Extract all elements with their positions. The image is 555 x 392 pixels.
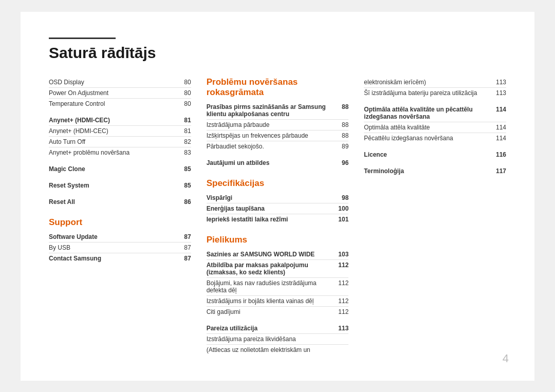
toc-item: Izstrādājuma pārbaude 88 bbox=[207, 120, 349, 130]
column-3: elektroniskām ierīcēm) 113 Šī izstrādāju… bbox=[364, 77, 506, 355]
toc-item: OSD Display 80 bbox=[49, 77, 191, 88]
section-specs: Vispārīgi 98 Enerģijas taupīšana 100 Iep… bbox=[207, 193, 349, 225]
toc-item: Vispārīgi 98 bbox=[207, 193, 349, 203]
toc-item: (Attiecas uz nolietotām elektriskām un bbox=[207, 345, 349, 355]
toc-item: Contact Samsung 87 bbox=[49, 253, 191, 264]
toc-item: Optimāla attēla kvalitāte un pēcattēlu i… bbox=[364, 104, 506, 122]
toc-item: Temperature Control 80 bbox=[49, 99, 191, 109]
section-troubleshooting: Prasības pirms sazināšanās ar Samsung kl… bbox=[207, 102, 349, 152]
toc-item: Anynet+ (HDMI-CEC) 81 bbox=[49, 126, 191, 137]
page-title: Saturā rādītājs bbox=[49, 44, 506, 62]
toc-item: Citi gadījumi 112 bbox=[207, 307, 349, 317]
title-section: Saturā rādītājs bbox=[49, 38, 506, 62]
toc-item: Pēcattēlu izdegšanas novēršana 114 bbox=[364, 133, 506, 143]
toc-item: Prasības pirms sazināšanās ar Samsung kl… bbox=[207, 102, 349, 120]
section-heading-support: Support bbox=[49, 217, 191, 228]
section-appendix: Sazinies ar SAMSUNG WORLD WIDE 103 Atbil… bbox=[207, 249, 349, 317]
section-support: Software Update 87 By USB 87 Contact Sam… bbox=[49, 232, 191, 264]
section-electronic: elektroniskām ierīcēm) 113 Šī izstrādāju… bbox=[364, 77, 506, 98]
toc-item: Izstrādājuma pareiza likvidēšana bbox=[207, 334, 349, 345]
toc-item: Reset System 85 bbox=[49, 180, 191, 191]
section-magic-clone: Magic Clone 85 bbox=[49, 164, 191, 174]
toc-item: Enerģijas taupīšana 100 bbox=[207, 203, 349, 214]
page-number: 4 bbox=[503, 352, 509, 365]
section-heading-troubleshooting: Problēmu novēršanas rokasgrāmata bbox=[207, 77, 349, 98]
title-line bbox=[49, 38, 116, 39]
toc-item: elektroniskām ierīcēm) 113 bbox=[364, 77, 506, 88]
toc-item: Izstrādājums ir bojāts klienta vainas dē… bbox=[207, 296, 349, 307]
column-1: OSD Display 80 Power On Adjustment 80 Te… bbox=[49, 77, 191, 355]
page: Saturā rādītājs OSD Display 80 Power On … bbox=[21, 12, 534, 381]
toc-item: Anynet+ (HDMI-CEC) 81 bbox=[49, 115, 191, 126]
section-reset-system: Reset System 85 bbox=[49, 180, 191, 191]
toc-item: Bojājumi, kas nav radušies izstrādājuma … bbox=[207, 278, 349, 296]
toc-item: Magic Clone 85 bbox=[49, 164, 191, 174]
section-optimal: Optimāla attēla kvalitāte un pēcattēlu i… bbox=[364, 104, 506, 143]
section-faq: Jautājumi un atbildes 96 bbox=[207, 158, 349, 168]
toc-item: Atbildība par maksas pakalpojumu (izmaks… bbox=[207, 260, 349, 278]
toc-item: Izšķirtspējas un frekvences pārbaude 88 bbox=[207, 130, 349, 141]
toc-item: By USB 87 bbox=[49, 242, 191, 253]
toc-item: Optimāla attēla kvalitāte 114 bbox=[364, 122, 506, 133]
column-2: Problēmu novēršanas rokasgrāmata Prasība… bbox=[207, 77, 349, 355]
toc-item: Anynet+ problēmu novēršana 83 bbox=[49, 147, 191, 158]
section-pareiza: Pareiza utilizācija 113 Izstrādājuma par… bbox=[207, 323, 349, 355]
section-osd: OSD Display 80 Power On Adjustment 80 Te… bbox=[49, 77, 191, 109]
section-anynet: Anynet+ (HDMI-CEC) 81 Anynet+ (HDMI-CEC)… bbox=[49, 115, 191, 158]
toc-item: Software Update 87 bbox=[49, 232, 191, 242]
toc-item: Iepriekš iestatīti laika režīmi 101 bbox=[207, 214, 349, 225]
toc-item: Auto Turn Off 82 bbox=[49, 137, 191, 147]
toc-item: Pareiza utilizācija 113 bbox=[207, 323, 349, 334]
toc-item: Pārbaudiet sekojošo. 89 bbox=[207, 141, 349, 152]
toc-item: Sazinies ar SAMSUNG WORLD WIDE 103 bbox=[207, 249, 349, 260]
columns-wrapper: OSD Display 80 Power On Adjustment 80 Te… bbox=[49, 77, 506, 355]
toc-item: Reset All 86 bbox=[49, 197, 191, 207]
toc-item: Power On Adjustment 80 bbox=[49, 88, 191, 99]
section-heading-appendix: Pielikums bbox=[207, 235, 349, 245]
section-licence: Licence 116 bbox=[364, 150, 506, 160]
section-reset-all: Reset All 86 bbox=[49, 197, 191, 207]
toc-item: Terminoloģija 117 bbox=[364, 166, 506, 176]
section-terminology: Terminoloģija 117 bbox=[364, 166, 506, 176]
toc-item: Šī izstrādājuma bateriju pareiza utilizā… bbox=[364, 88, 506, 98]
toc-item: Jautājumi un atbildes 96 bbox=[207, 158, 349, 168]
toc-item: Licence 116 bbox=[364, 150, 506, 160]
section-heading-specs: Specifikācijas bbox=[207, 178, 349, 189]
